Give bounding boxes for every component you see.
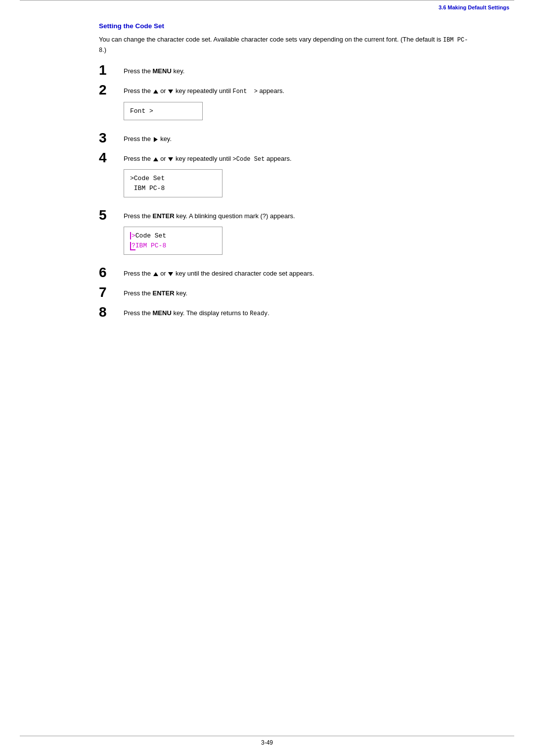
step-2: 2 Press the or key repeatedly until Font… <box>99 85 475 125</box>
step-4-display-line1: >Code Set <box>130 174 216 184</box>
step-1-number: 1 <box>99 63 124 77</box>
step-5: 5 Press the ENTER key. A blinking questi… <box>99 210 475 260</box>
step-2-content: Press the or key repeatedly until Font >… <box>124 85 475 125</box>
step-7-text: Press the ENTER key. <box>124 288 475 299</box>
step-4-text: Press the or key repeatedly until >Code … <box>124 154 475 164</box>
step-1-key: MENU <box>153 67 172 75</box>
step-7-key: ENTER <box>153 289 175 297</box>
step-5-display: >Code Set ?IBM PC-8 <box>124 227 222 255</box>
section-ref: 3.6 Making Default Settings <box>439 4 509 10</box>
step-4: 4 Press the or key repeatedly until >Cod… <box>99 153 475 202</box>
triangle-right-icon <box>154 137 158 142</box>
step-6-content: Press the or key until the desired chara… <box>124 268 475 279</box>
step-8-key: MENU <box>153 309 172 317</box>
step-5-key: ENTER <box>153 212 175 220</box>
step-8-text: Press the MENU key. The display returns … <box>124 308 475 319</box>
triangle-up-icon-4 <box>153 157 158 161</box>
step-3: 3 Press the key. <box>99 133 475 145</box>
step-1: 1 Press the MENU key. <box>99 65 475 77</box>
triangle-down-icon <box>168 90 173 94</box>
blink-indicator: > <box>130 232 135 239</box>
triangle-up-icon <box>153 90 158 94</box>
step-6-number: 6 <box>99 266 124 280</box>
step-2-display: Font > <box>124 102 203 121</box>
step-5-display-line2: ?IBM PC-8 <box>130 241 216 251</box>
page-number: 3-49 <box>0 739 534 746</box>
step-2-number: 2 <box>99 83 124 97</box>
step-4-code: >Code Set <box>233 156 265 163</box>
step-4-display: >Code Set IBM PC-8 <box>124 169 222 197</box>
bottom-rule <box>20 736 514 736</box>
step-8-number: 8 <box>99 305 124 319</box>
step-1-content: Press the MENU key. <box>124 65 475 77</box>
step-7-content: Press the ENTER key. <box>124 287 475 299</box>
intro-text-after: .) <box>102 46 106 53</box>
step-8-code: Ready <box>250 310 267 317</box>
step-2-code: Font > <box>233 88 258 95</box>
step-5-number: 5 <box>99 208 124 222</box>
step-4-display-line2: IBM PC-8 <box>130 184 216 193</box>
page: 3.6 Making Default Settings Setting the … <box>0 0 534 756</box>
intro-text-before: You can change the character code set. A… <box>99 36 443 43</box>
section-title: Setting the Code Set <box>99 22 475 30</box>
step-4-number: 4 <box>99 151 124 165</box>
step-3-text: Press the key. <box>124 134 475 144</box>
intro-paragraph: You can change the character code set. A… <box>99 35 475 55</box>
step-5-content: Press the ENTER key. A blinking question… <box>124 210 475 260</box>
step-5-display-line1: >Code Set <box>130 231 216 241</box>
step-7-number: 7 <box>99 285 124 299</box>
triangle-down-icon-4 <box>168 157 173 161</box>
step-1-text: Press the MENU key. <box>124 66 475 77</box>
step-3-content: Press the key. <box>124 133 475 144</box>
step-7: 7 Press the ENTER key. <box>99 287 475 299</box>
page-header: 3.6 Making Default Settings <box>0 0 534 12</box>
step-6-text: Press the or key until the desired chara… <box>124 269 475 279</box>
step-2-display-line1: Font > <box>130 106 196 116</box>
question-mark: ? <box>130 242 135 250</box>
step-4-content: Press the or key repeatedly until >Code … <box>124 153 475 202</box>
steps-list: 1 Press the MENU key. 2 Press the or <box>99 65 475 319</box>
step-3-number: 3 <box>99 131 124 145</box>
step-8-content: Press the MENU key. The display returns … <box>124 307 475 319</box>
triangle-down-icon-6 <box>168 272 173 276</box>
step-5-text: Press the ENTER key. A blinking question… <box>124 211 475 222</box>
main-content: Setting the Code Set You can change the … <box>0 12 534 357</box>
triangle-up-icon-6 <box>153 272 158 276</box>
step-2-text: Press the or key repeatedly until Font >… <box>124 86 475 96</box>
step-8: 8 Press the MENU key. The display return… <box>99 307 475 319</box>
step-6: 6 Press the or key until the desired cha… <box>99 268 475 280</box>
